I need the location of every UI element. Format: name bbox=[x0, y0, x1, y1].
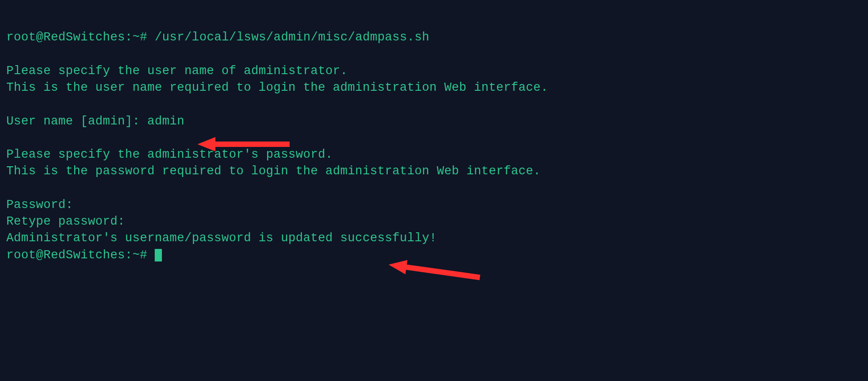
prompt-line-1: root@RedSwitches:~# /usr/local/lsws/admi… bbox=[6, 31, 430, 44]
output-password-desc: This is the password required to login t… bbox=[6, 164, 541, 178]
command-text: /usr/local/lsws/admin/misc/admpass.sh bbox=[155, 31, 430, 44]
username-input-line: User name [admin]: admin bbox=[6, 115, 184, 128]
output-specify-password: Please specify the administrator's passw… bbox=[6, 148, 333, 161]
password-prompt[interactable]: Password: bbox=[6, 198, 73, 212]
terminal[interactable]: root@RedSwitches:~# /usr/local/lsws/admi… bbox=[6, 13, 862, 331]
red-arrow-left-angled-icon bbox=[389, 256, 483, 283]
prompt-hash: # bbox=[140, 31, 148, 44]
cursor-block-icon bbox=[155, 249, 162, 261]
svg-marker-1 bbox=[389, 257, 481, 283]
prompt-user-host: root@RedSwitches bbox=[6, 31, 125, 44]
success-message: Administrator's username/password is upd… bbox=[6, 231, 437, 245]
prompt-line-2[interactable]: root@RedSwitches:~# bbox=[6, 248, 162, 262]
prompt-path-2: ~ bbox=[133, 248, 140, 262]
prompt-user-host-2: root@RedSwitches bbox=[6, 248, 125, 262]
prompt-sep: : bbox=[125, 31, 133, 44]
output-username-desc: This is the user name required to login … bbox=[6, 81, 548, 94]
prompt-path: ~ bbox=[133, 31, 140, 44]
username-prompt-label: User name [admin]: bbox=[6, 115, 148, 128]
retype-password-prompt[interactable]: Retype password: bbox=[6, 215, 125, 228]
prompt-hash-2: # bbox=[140, 248, 148, 262]
prompt-sep-2: : bbox=[125, 248, 133, 262]
output-specify-username: Please specify the user name of administ… bbox=[6, 64, 348, 78]
username-input-value[interactable]: admin bbox=[148, 115, 185, 128]
